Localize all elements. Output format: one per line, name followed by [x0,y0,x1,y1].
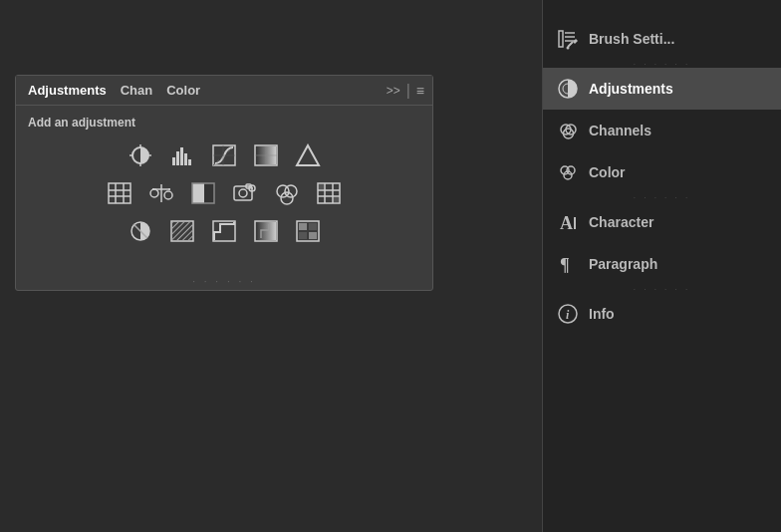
paragraph-label: Paragraph [589,256,657,272]
black-white-icon[interactable] [187,179,219,207]
svg-rect-31 [204,183,214,203]
hue-saturation-icon[interactable] [104,179,135,207]
svg-rect-5 [172,157,175,165]
svg-rect-6 [176,151,179,165]
color-icon [557,161,579,183]
brightness-contrast-icon[interactable] [125,141,156,169]
color-balance-icon[interactable] [145,179,177,207]
adjustments-sidebar-icon [557,78,579,100]
drag-handle: · · · · · · [16,273,432,290]
svg-rect-9 [188,159,191,165]
posterize-icon[interactable] [166,217,198,245]
divider-3: · · · · · · [543,285,781,293]
character-icon: A [557,211,579,233]
svg-rect-55 [256,222,276,240]
svg-rect-58 [309,223,317,230]
more-tabs-button[interactable]: >> [387,84,400,98]
sidebar-item-info[interactable]: i Info [543,293,781,335]
tab-color[interactable]: Color [162,81,204,100]
tab-channels[interactable]: Chan [117,81,157,100]
sidebar-item-color[interactable]: Color [543,151,781,193]
svg-rect-60 [309,232,317,239]
svg-text:A: A [560,213,573,233]
channels-icon [557,120,579,141]
svg-rect-8 [184,153,187,165]
invert-icon[interactable] [125,217,156,245]
svg-point-40 [281,192,293,204]
brush-settings-icon [557,28,579,50]
panel-body: Add an adjustment [16,106,432,273]
info-icon: i [557,303,579,325]
gradient-map-icon[interactable] [250,217,282,245]
svg-rect-57 [299,223,307,230]
divider-1: · · · · · · [543,60,781,68]
info-label: Info [589,306,615,322]
sidebar-item-brush-settings[interactable]: Brush Setti... [543,18,781,60]
color-label: Color [589,164,626,180]
svg-marker-18 [297,145,319,165]
curves-icon[interactable] [208,141,240,169]
adjustment-row-1 [28,141,420,169]
adjustment-row-2 [28,179,420,207]
paragraph-icon: ¶ [557,253,579,275]
panel-tabs: Adjustments Chan Color >> | ≡ [16,76,432,106]
adjustments-sidebar-label: Adjustments [589,81,673,97]
svg-rect-61 [559,31,563,47]
svg-line-65 [568,42,573,47]
vibrance-icon[interactable] [292,141,324,169]
channels-label: Channels [589,123,651,138]
svg-text:i: i [566,308,570,322]
svg-point-39 [285,185,297,197]
brush-settings-label: Brush Setti... [589,31,674,47]
svg-point-34 [239,189,247,197]
svg-text:¶: ¶ [560,255,570,275]
selective-color-icon[interactable] [292,217,324,245]
sidebar-item-adjustments[interactable]: Adjustments [543,68,781,110]
photo-filter-icon[interactable] [229,179,261,207]
svg-rect-46 [319,184,324,189]
svg-point-67 [567,47,570,50]
adjustments-panel: Adjustments Chan Color >> | ≡ Add an adj… [15,75,433,291]
left-panel: Adjustments Chan Color >> | ≡ Add an adj… [0,0,542,532]
svg-rect-47 [334,197,339,202]
right-sidebar: Brush Setti... · · · · · · Adjustments C… [542,0,781,532]
svg-rect-52 [172,222,192,240]
tab-adjustments[interactable]: Adjustments [24,81,111,100]
add-adjustment-label: Add an adjustment [28,116,420,130]
levels-icon[interactable] [166,141,198,169]
svg-point-37 [251,187,253,189]
svg-marker-66 [573,39,578,44]
svg-rect-7 [180,147,183,165]
svg-point-26 [150,189,158,197]
sidebar-item-channels[interactable]: Channels [543,110,781,151]
character-label: Character [589,214,653,230]
color-lookup-icon[interactable] [313,179,345,207]
svg-rect-19 [109,183,130,203]
svg-rect-59 [299,232,307,239]
panel-menu-button[interactable]: ≡ [416,83,424,99]
panel-tab-more: >> | ≡ [387,82,424,100]
exposure-icon[interactable] [250,141,282,169]
svg-point-27 [164,191,172,199]
channel-mixer-icon[interactable] [271,179,303,207]
sidebar-item-paragraph[interactable]: ¶ Paragraph [543,243,781,285]
sidebar-item-character[interactable]: A Character [543,201,781,243]
threshold-icon[interactable] [208,217,240,245]
divider-2: · · · · · · [543,193,781,201]
adjustment-row-3 [28,217,420,245]
